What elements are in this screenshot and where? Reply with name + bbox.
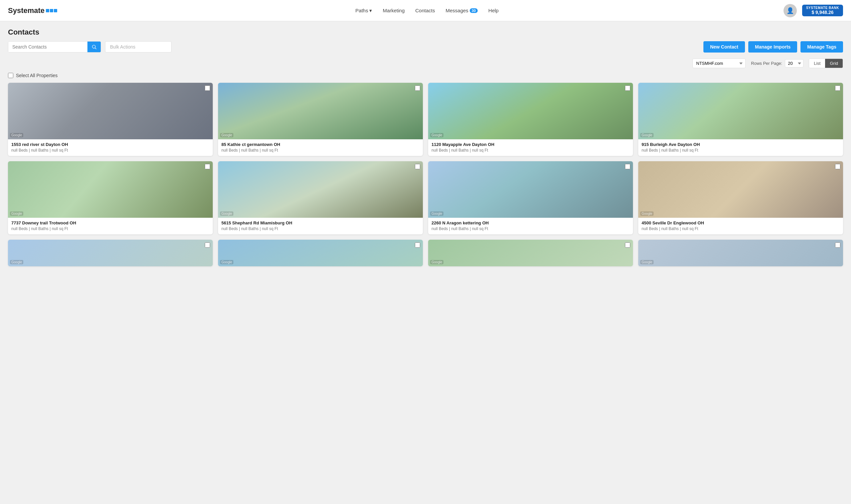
rows-per-page-select[interactable]: 10 20 50 100 <box>785 59 803 68</box>
manage-imports-label: Manage Imports <box>755 44 791 50</box>
property-checkbox[interactable] <box>835 86 840 91</box>
google-watermark: Google <box>10 212 23 216</box>
property-image: Google <box>8 161 213 218</box>
property-image: Google <box>8 240 213 266</box>
svg-line-1 <box>95 48 96 49</box>
rows-per-page-label: Rows Per Page: <box>751 61 782 66</box>
manage-tags-button[interactable]: Manage Tags <box>800 41 843 53</box>
source-filter[interactable]: NTSMHF.com <box>692 58 746 68</box>
nav-contacts[interactable]: Contacts <box>415 8 435 13</box>
property-image: Google <box>8 83 213 139</box>
property-image: Google <box>428 240 633 266</box>
list-view-label: List <box>814 61 820 66</box>
nav-marketing[interactable]: Marketing <box>383 8 404 13</box>
bank-amount: $ 9,948.26 <box>806 10 839 15</box>
property-info: 2260 N Aragon kettering OH null Beds | n… <box>428 218 633 234</box>
property-card[interactable]: Google 915 Burleigh Ave Dayton OH null B… <box>638 83 843 156</box>
new-contact-label: New Contact <box>710 44 738 50</box>
nav-marketing-label: Marketing <box>383 8 404 13</box>
nav-messages[interactable]: Messages 30 <box>446 8 478 13</box>
property-address: 85 Kathie ct germantown OH <box>221 142 419 147</box>
new-contact-button[interactable]: New Contact <box>703 41 745 53</box>
manage-imports-button[interactable]: Manage Imports <box>748 41 797 53</box>
property-card[interactable]: Google <box>428 240 633 266</box>
bank-label: SYSTEMATE BANK <box>806 6 839 10</box>
property-details: null Beds | null Baths | null sq Ft <box>11 227 210 231</box>
property-address: 915 Burleigh Ave Dayton OH <box>641 142 840 147</box>
property-checkbox[interactable] <box>415 86 420 91</box>
select-all-checkbox[interactable] <box>8 73 13 78</box>
property-card[interactable]: Google 1120 Mayapple Ave Dayton OH null … <box>428 83 633 156</box>
toolbar: Bulk Actions New Contact Manage Imports … <box>8 41 843 53</box>
select-all-row: Select All Properties <box>8 73 843 78</box>
property-details: null Beds | null Baths | null sq Ft <box>221 148 419 152</box>
property-checkbox[interactable] <box>835 164 840 169</box>
property-image: Google <box>428 161 633 218</box>
property-checkbox[interactable] <box>205 164 210 169</box>
google-watermark: Google <box>10 260 23 264</box>
google-watermark: Google <box>220 133 233 137</box>
property-card[interactable]: Google 4500 Seville Dr Englewood OH null… <box>638 161 843 234</box>
property-image: Google <box>638 161 843 218</box>
logo-text: Systemate <box>8 6 44 15</box>
property-info: 7737 Downey trail Trotwood OH null Beds … <box>8 218 213 234</box>
property-checkbox[interactable] <box>625 164 630 169</box>
search-wrapper <box>8 41 101 53</box>
property-checkbox[interactable] <box>205 86 210 91</box>
property-card[interactable]: Google 2260 N Aragon kettering OH null B… <box>428 161 633 234</box>
nav-paths[interactable]: Paths ▾ <box>355 8 372 14</box>
property-address: 4500 Seville Dr Englewood OH <box>641 220 840 226</box>
logo[interactable]: Systemate <box>8 6 57 15</box>
page-container: Contacts Bulk Actions New Contact Manage… <box>0 21 851 273</box>
property-address: 1553 red river st Dayton OH <box>11 142 210 147</box>
nav-messages-label: Messages <box>446 8 468 13</box>
bulk-actions-button[interactable]: Bulk Actions <box>105 41 171 53</box>
google-watermark: Google <box>640 133 654 137</box>
property-details: null Beds | null Baths | null sq Ft <box>11 148 210 152</box>
nav-help[interactable]: Help <box>488 8 499 13</box>
property-info: 4500 Seville Dr Englewood OH null Beds |… <box>638 218 843 234</box>
list-view-button[interactable]: List <box>809 59 825 68</box>
property-image: Google <box>218 83 423 139</box>
property-address: 1120 Mayapple Ave Dayton OH <box>432 142 630 147</box>
grid-view-button[interactable]: Grid <box>825 59 843 68</box>
property-info: 1553 red river st Dayton OH null Beds | … <box>8 139 213 156</box>
svg-point-0 <box>92 45 95 48</box>
property-image: Google <box>218 161 423 218</box>
property-checkbox[interactable] <box>205 242 210 248</box>
property-details: null Beds | null Baths | null sq Ft <box>221 227 419 231</box>
property-checkbox[interactable] <box>415 242 420 248</box>
property-info: 1120 Mayapple Ave Dayton OH null Beds | … <box>428 139 633 156</box>
property-checkbox[interactable] <box>415 164 420 169</box>
google-watermark: Google <box>640 260 654 264</box>
property-info: 85 Kathie ct germantown OH null Beds | n… <box>218 139 423 156</box>
google-watermark: Google <box>430 133 443 137</box>
search-input[interactable] <box>8 41 87 52</box>
property-card[interactable]: Google 1553 red river st Dayton OH null … <box>8 83 213 156</box>
grid-view-label: Grid <box>830 61 838 66</box>
property-card[interactable]: Google 85 Kathie ct germantown OH null B… <box>218 83 423 156</box>
property-card[interactable]: Google <box>638 240 843 266</box>
action-buttons: New Contact Manage Imports Manage Tags <box>703 41 843 53</box>
avatar[interactable]: 👤 <box>783 4 797 17</box>
property-checkbox[interactable] <box>625 242 630 248</box>
property-card[interactable]: Google <box>8 240 213 266</box>
property-info: 915 Burleigh Ave Dayton OH null Beds | n… <box>638 139 843 156</box>
search-button[interactable] <box>87 41 101 52</box>
google-watermark: Google <box>640 212 654 216</box>
property-card[interactable]: Google <box>218 240 423 266</box>
nav-right: 👤 SYSTEMATE BANK $ 9,948.26 <box>783 4 843 17</box>
bank-widget[interactable]: SYSTEMATE BANK $ 9,948.26 <box>802 5 843 16</box>
google-watermark: Google <box>10 133 23 137</box>
property-card[interactable]: Google 7737 Downey trail Trotwood OH nul… <box>8 161 213 234</box>
property-details: null Beds | null Baths | null sq Ft <box>432 148 630 152</box>
nav-links: Paths ▾ Marketing Contacts Messages 30 H… <box>71 8 783 14</box>
property-checkbox[interactable] <box>625 86 630 91</box>
filter-bar: NTSMHF.com Rows Per Page: 10 20 50 100 L… <box>8 56 843 68</box>
messages-badge: 30 <box>470 8 478 13</box>
page-title: Contacts <box>8 28 843 37</box>
property-checkbox[interactable] <box>835 242 840 248</box>
property-card[interactable]: Google 5615 Shephard Rd Miamisburg OH nu… <box>218 161 423 234</box>
google-watermark: Google <box>430 260 443 264</box>
select-all-label: Select All Properties <box>16 73 57 78</box>
